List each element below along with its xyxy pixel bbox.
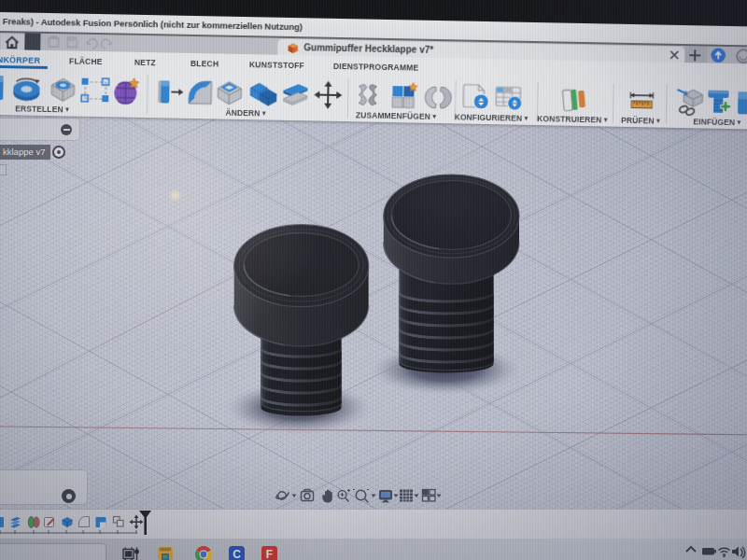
svg-text:C: C (233, 548, 241, 560)
svg-text:F: F (266, 548, 273, 560)
